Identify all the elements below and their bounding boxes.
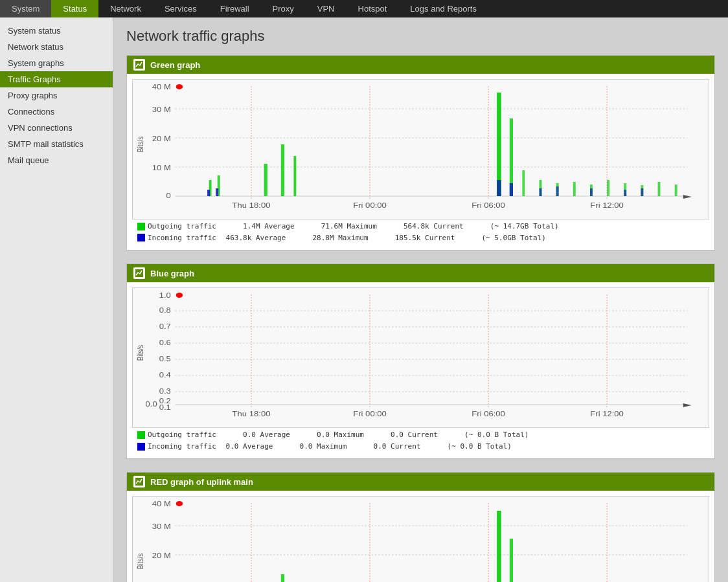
blue-outgoing-stats: 0.0 Average [243,429,290,441]
sidebar-item-connections[interactable]: Connections [0,104,113,120]
svg-text:40 M: 40 M [152,84,171,91]
svg-rect-103 [281,574,284,582]
svg-rect-105 [497,511,501,582]
svg-text:0: 0 [166,192,172,199]
svg-text:Fri 06:00: Fri 06:00 [472,410,505,418]
blue-chart: 1.0 0.8 0.7 0.6 0.5 0.4 0.3 0.2 0.1 0.0 … [132,287,709,428]
green-incoming-stats: 463.8k Average [226,232,286,244]
sidebar-item-smtp-stats[interactable]: SMTP mail statistics [0,136,113,152]
green-graph-title: Green graph [150,60,200,70]
blue-incoming-stats: 0.0 Average [226,441,273,453]
svg-rect-34 [607,180,609,196]
nav-services[interactable]: Services [153,0,209,17]
blue-graph-icon [133,267,145,279]
sidebar-item-traffic-graphs[interactable]: Traffic Graphs [0,71,113,87]
svg-text:40 M: 40 M [152,500,171,508]
blue-graph-header: Blue graph [127,264,714,282]
green-incoming-total: (~ 5.0GB Total) [482,232,546,244]
svg-text:0.0: 0.0 [146,401,158,408]
green-outgoing-total: (~ 14.7GB Total) [490,221,559,232]
nav-status[interactable]: Status [51,0,98,17]
svg-text:30 M: 30 M [152,523,171,530]
green-graph-section: Green graph [126,55,715,251]
blue-chart-legend: Outgoing traffic 0.0 Average 0.0 Maximum… [132,428,709,453]
svg-text:Thu 18:00: Thu 18:00 [233,202,271,209]
blue-outgoing-label: Outgoing traffic [148,429,216,441]
svg-text:1.0: 1.0 [159,292,172,299]
svg-rect-49 [133,288,709,427]
nav-hotspot[interactable]: Hotspot [347,0,399,17]
nav-network[interactable]: Network [98,0,153,17]
svg-text:10 M: 10 M [152,164,171,172]
page-title: Network traffic graphs [126,28,715,45]
svg-rect-39 [207,190,210,196]
sidebar-item-network-status[interactable]: Network status [0,39,113,55]
svg-text:0.4: 0.4 [159,372,172,379]
svg-text:Fri 06:00: Fri 06:00 [472,202,505,209]
svg-rect-1 [133,80,709,219]
svg-text:0.5: 0.5 [159,355,171,363]
svg-text:Fri 12:00: Fri 12:00 [590,410,624,418]
svg-point-16 [176,84,183,89]
nav-system[interactable]: System [0,0,51,17]
svg-rect-47 [641,188,643,196]
svg-rect-45 [590,188,593,196]
svg-text:0.8: 0.8 [159,307,171,314]
nav-proxy[interactable]: Proxy [261,0,306,17]
blue-outgoing-cur: 0.0 Current [391,429,438,441]
svg-rect-25 [281,144,284,196]
green-incoming-color [137,234,145,241]
green-outgoing-stats: 1.4M Average [243,221,294,232]
sidebar-item-mail-queue[interactable]: Mail queue [0,152,113,168]
blue-graph-title: Blue graph [150,269,194,278]
red-graph-title: RED graph of uplink main [150,477,253,487]
svg-rect-46 [624,190,626,196]
blue-graph-body: 1.0 0.8 0.7 0.6 0.5 0.4 0.3 0.2 0.1 0.0 … [127,282,714,458]
svg-text:20 M: 20 M [152,135,171,142]
svg-rect-79 [133,497,709,582]
svg-text:30 M: 30 M [152,106,171,113]
main-layout: System status Network status System grap… [0,17,728,582]
svg-rect-43 [540,188,542,196]
sidebar-item-system-status[interactable]: System status [0,23,113,39]
svg-text:Bits/s: Bits/s [135,554,144,570]
svg-point-72 [176,293,183,298]
blue-outgoing-total: (~ 0.0 B Total) [464,429,529,441]
sidebar-item-system-graphs[interactable]: System graphs [0,55,113,71]
green-outgoing-label: Outgoing traffic [148,221,216,232]
green-outgoing-max: 71.6M Maximum [321,221,377,232]
red-chart: 40 M 30 M 20 M 10 M 0 Bits/s Thu 18:00 F… [132,496,709,582]
green-incoming-cur: 185.5k Current [395,232,455,244]
nav-vpn[interactable]: VPN [306,0,347,17]
sidebar-item-vpn-connections[interactable]: VPN connections [0,120,113,136]
svg-rect-32 [573,182,576,196]
svg-rect-29 [522,170,525,196]
green-outgoing-color [137,223,145,230]
svg-text:Fri 00:00: Fri 00:00 [353,202,387,209]
nav-firewall[interactable]: Firewall [209,0,261,17]
green-incoming-label: Incoming traffic [148,232,216,244]
svg-text:Bits/s: Bits/s [135,137,144,153]
nav-logs-reports[interactable]: Logs and Reports [398,0,488,17]
blue-graph-section: Blue graph [126,263,715,459]
red-graph-header: RED graph of uplink main [127,473,714,491]
svg-text:0.7: 0.7 [159,323,171,330]
sidebar: System status Network status System grap… [0,17,113,582]
svg-rect-38 [675,185,677,196]
svg-text:Thu 18:00: Thu 18:00 [233,410,271,418]
svg-rect-42 [510,183,513,196]
blue-outgoing-max: 0.0 Maximum [317,429,364,441]
svg-text:20 M: 20 M [152,552,171,559]
green-graph-icon [133,59,145,71]
top-navigation: System Status Network Services Firewall … [0,0,728,17]
svg-text:0.3: 0.3 [159,388,171,395]
svg-rect-44 [556,186,559,196]
sidebar-item-proxy-graphs[interactable]: Proxy graphs [0,87,113,104]
red-graph-icon [133,476,145,487]
blue-incoming-cur: 0.0 Current [374,441,421,453]
green-graph-header: Green graph [127,56,714,74]
svg-rect-40 [216,188,218,196]
svg-rect-37 [658,182,661,196]
svg-point-94 [176,501,183,506]
red-graph-body: 40 M 30 M 20 M 10 M 0 Bits/s Thu 18:00 F… [127,491,714,582]
